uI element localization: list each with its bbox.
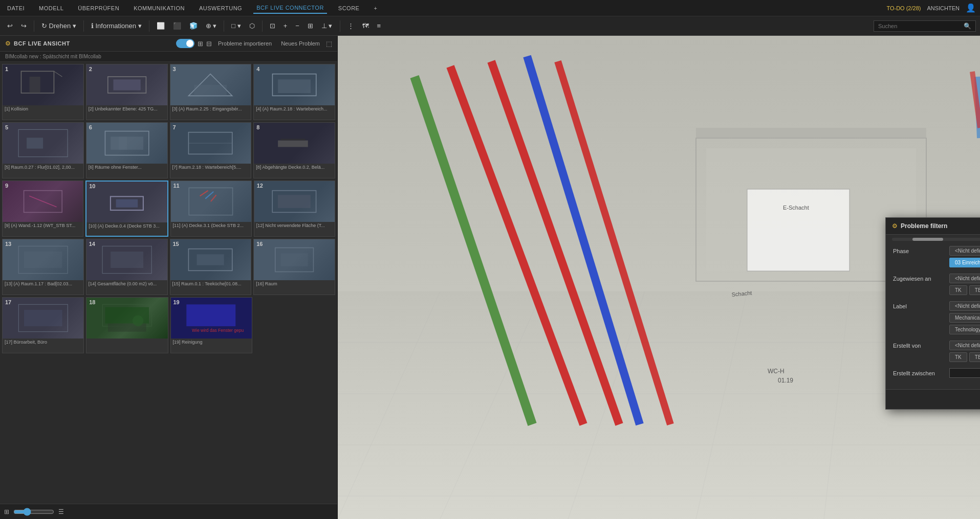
scene-background: E-Schacht Schacht WC-H 01.19	[338, 36, 980, 519]
bcf-cell-9[interactable]: 9 [9] (A) Wand.-1.12 (IWT_STB ST...	[2, 180, 83, 237]
cube-button[interactable]: 🧊	[186, 20, 201, 32]
bcf-cell-4[interactable]: 4 [4] (A) Raum.2.18 : Wartebereich...	[253, 64, 335, 120]
search-box: 🔍	[874, 20, 976, 32]
phase-nicht-definiert[interactable]: <Nicht definiert>	[949, 246, 980, 256]
arrow-button[interactable]: ⬡	[246, 20, 258, 32]
erstellt-zwischen-label: Erstellt zwischen	[893, 368, 944, 376]
bcf-cell-8[interactable]: 8 [8] Abgehängte Decke.0.2, Belä...	[253, 122, 335, 178]
bcf-cell-19[interactable]: 19 Wie wird das Fenster geputzt? [19] Re…	[170, 297, 252, 353]
map-button[interactable]: 🗺	[359, 20, 372, 32]
label-technology[interactable]: Technology	[949, 325, 980, 334]
bcf-cell-14[interactable]: 14 [14] Gesamtfläche (0.00 m2) vö...	[86, 239, 168, 295]
bcf-cell-6[interactable]: 6 [6] Räume ohne Fenster...	[86, 122, 168, 178]
zugewiesen-tb[interactable]: TB	[969, 285, 980, 295]
bcf-panel: ⚙ BCF LIVE ANSICHT ⊞ ⊟ Probleme importie…	[0, 36, 338, 519]
sep1	[34, 20, 34, 32]
filter-icon[interactable]: ⊞	[198, 40, 203, 48]
phase-row: Phase <Nicht definiert> 01 Studie 02 Ent…	[893, 246, 980, 267]
toggle-switch[interactable]	[176, 39, 194, 48]
bcf-cell-3[interactable]: 3 [3] (A) Raum.2.25 : Eingangsbér...	[170, 64, 252, 120]
menu-item-plus[interactable]: +	[371, 3, 380, 13]
menu-item-bcf[interactable]: BCF LIVE CONNECTOR	[253, 3, 327, 14]
grid-icon[interactable]: ⊞	[4, 508, 9, 515]
bcf-cell-12[interactable]: 12 [12] Nicht verwendete Fläche (T...	[254, 180, 335, 237]
zugewiesen-nicht-def[interactable]: <Nicht definiert>	[949, 274, 980, 283]
zoom-slider[interactable]	[13, 508, 54, 516]
bcf-cell-7[interactable]: 7 [7] Raum.2.18 : Wartebereich[5....	[170, 122, 252, 178]
rotate-button[interactable]: ↻ Drehen ▾	[38, 20, 79, 32]
thumb-15-svg	[178, 243, 243, 276]
info-button[interactable]: ℹ Informationen ▾	[88, 20, 145, 32]
label-nicht-def[interactable]: <Nicht definiert>	[949, 301, 980, 311]
zoom-out-button[interactable]: −	[292, 20, 302, 32]
svg-line-25	[211, 195, 216, 201]
svg-rect-37	[24, 310, 62, 326]
axis-button[interactable]: ⊕ ▾	[203, 20, 220, 32]
search-input[interactable]	[878, 23, 964, 29]
menu-item-modell[interactable]: MODELL	[36, 3, 67, 13]
bcf-cell-5[interactable]: 5 [5] Raum.0.27 : Flur[01.02], 2,00...	[2, 122, 84, 178]
bcf-grid[interactable]: 1 [1] Kollision 2	[0, 62, 337, 504]
thumb-12-svg	[262, 185, 326, 218]
label-mechanical[interactable]: Mechanical	[949, 313, 980, 323]
bcf-row-2: 5 [5] Raum.0.27 : Flur[01.02], 2,00... 6	[2, 122, 335, 178]
svg-text:E-Schacht: E-Schacht	[783, 205, 809, 211]
zoom-in-button[interactable]: +	[280, 20, 291, 32]
section-button[interactable]: ⋮	[344, 20, 357, 32]
svg-rect-13	[119, 137, 127, 150]
new-btn[interactable]: Neues Problem	[278, 39, 323, 48]
phase-buttons: <Nicht definiert> 01 Studie 02 Entwurf 0…	[949, 246, 980, 267]
list-icon[interactable]: ☰	[58, 508, 64, 515]
menu-item-score[interactable]: SCORE	[335, 3, 363, 13]
sep3	[149, 20, 149, 32]
bcf-cell-11[interactable]: 11 [11] (A) Decke.3.1 (Decke STB 2...	[170, 180, 252, 237]
todo-label[interactable]: TO-DO (2/28)	[886, 5, 921, 11]
thumb-1-svg	[11, 69, 75, 101]
svg-rect-16	[278, 141, 308, 147]
collapse-icon[interactable]: ⬚	[326, 40, 332, 48]
bcf-cell-1[interactable]: 1 [1] Kollision	[2, 64, 84, 120]
svg-text:Wie wird das Fenster geputzt?: Wie wird das Fenster geputzt?	[192, 328, 244, 333]
bcf-cell-16[interactable]: 16 [16] Raum	[253, 239, 335, 295]
menu-item-auswertung[interactable]: AUSWERTUNG	[196, 3, 245, 13]
search-icon: 🔍	[964, 22, 971, 30]
erstellt-von-nicht-def[interactable]: <Nicht definiert>	[949, 341, 980, 350]
date-from-select[interactable]	[949, 368, 980, 378]
box-button[interactable]: ⬛	[170, 20, 184, 32]
menu-item-ueberpruefen[interactable]: ÜBERPRÜFEN	[75, 3, 122, 13]
svg-rect-29	[24, 252, 62, 268]
menu-item-kommunikation[interactable]: KOMMUNIKATION	[130, 3, 188, 13]
phase-03-einreichung[interactable]: 03 Einreichung	[949, 258, 980, 267]
thumb-6-svg	[95, 127, 159, 160]
svg-line-19	[29, 196, 56, 207]
bcf-cell-18[interactable]: 18	[86, 297, 168, 353]
thumb-4-svg	[262, 69, 326, 101]
bcf-cell-15[interactable]: 15 [15] Raum.0.1 : Teeküche[01.08...	[170, 239, 252, 295]
svg-line-24	[205, 192, 213, 199]
bcf-cell-13[interactable]: 13 [13] (A) Raum.1.17 : Bad[02.03...	[2, 239, 84, 295]
menu-item-datei[interactable]: DATEI	[4, 3, 28, 13]
ansichten-label[interactable]: ANSICHTEN	[927, 5, 960, 11]
measure-button[interactable]: ⊥ ▾	[318, 20, 336, 32]
svg-rect-33	[197, 254, 224, 265]
sep2	[83, 20, 84, 32]
zoom-fit-button[interactable]: ⊞	[304, 20, 316, 32]
import-btn[interactable]: Probleme importieren	[215, 39, 275, 48]
sep4	[224, 20, 224, 32]
settings-icon[interactable]: ⊟	[206, 40, 212, 48]
select-button[interactable]: ⬜	[154, 20, 168, 32]
zugewiesen-tk[interactable]: TK	[949, 285, 967, 295]
erstellt-von-tb[interactable]: TB	[969, 352, 980, 362]
bcf-cell-2[interactable]: 2 [2] Unbekannter Ebene: 425 TG...	[86, 64, 168, 120]
redo-button[interactable]: ↪	[18, 20, 30, 32]
3d-viewport[interactable]: ⬚ 3D ⬚	[338, 36, 980, 519]
erstellt-von-buttons: <Nicht definiert> AF BB KL MG TK TB	[949, 341, 980, 362]
bcf-cell-17[interactable]: 17 [17] Büroarbeit, Büro	[2, 297, 84, 353]
undo-button[interactable]: ↩	[4, 20, 16, 32]
zoom-extent-button[interactable]: ⊡	[267, 20, 278, 32]
bcf-cell-10[interactable]: 10 [10] (A) Decke.0.4 (Decke STB 3...	[85, 180, 168, 237]
box2-button[interactable]: □ ▾	[228, 20, 244, 32]
bcf-icon: ⚙	[5, 40, 11, 47]
erstellt-von-tk[interactable]: TK	[949, 352, 967, 362]
layers-button[interactable]: ≡	[374, 20, 384, 32]
